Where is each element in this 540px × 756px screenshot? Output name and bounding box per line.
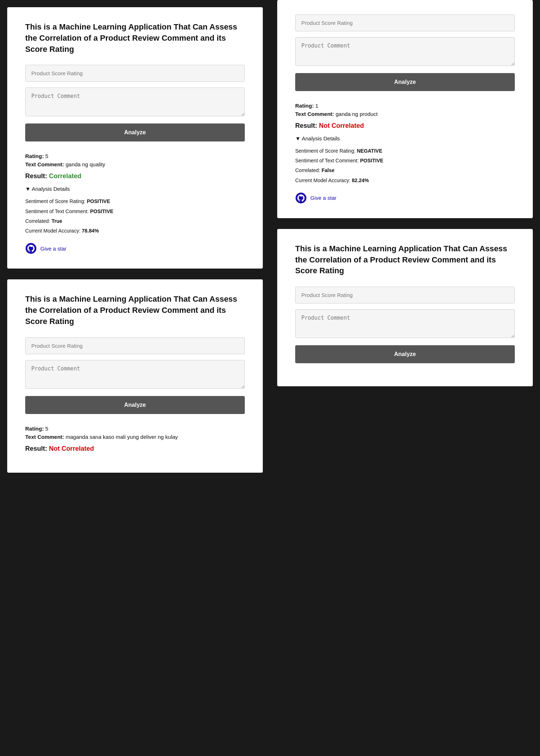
result-value-2-left: Not Correlated — [49, 445, 94, 452]
rating-label: Rating: — [25, 153, 44, 159]
sentiment-comment-label: Sentiment of Text Comment: — [25, 208, 89, 214]
rating-input-1-right[interactable] — [295, 14, 515, 31]
correlated-line-1-right: Correlated: False — [295, 166, 515, 175]
github-icon-1-right — [295, 192, 307, 204]
rating-input-2-left[interactable] — [25, 337, 245, 354]
sentiment-score-val-1-left: POSITIVE — [87, 198, 110, 204]
accuracy-line-1-right: Current Model Accuracy: 82.24% — [295, 176, 515, 185]
comment-input-1-right[interactable] — [295, 37, 515, 66]
rating-label-1r: Rating: — [295, 103, 314, 109]
sentiment-score-val-1-right: NEGATIVE — [357, 148, 382, 154]
card-2-left-title: This is a Machine Learning Application T… — [25, 294, 245, 327]
analysis-details-1-left: Sentiment of Score Rating: POSITIVE Sent… — [25, 197, 245, 235]
result-prefix: Result: — [25, 172, 47, 180]
sentiment-score-line-1-right: Sentiment of Score Rating: NEGATIVE — [295, 147, 515, 156]
text-comment-label-1r: Text Comment: — [295, 111, 334, 117]
analyze-button-2-right[interactable]: Analyze — [295, 345, 515, 363]
comment-val: ganda ng quality — [66, 161, 105, 167]
comment-result-2-left: Text Comment: maganda sana kaso mali yun… — [25, 434, 245, 440]
comment-val-2-left: maganda sana kaso mali yung deliver ng k… — [66, 434, 178, 440]
result-section-1-left: Rating: 5 Text Comment: ganda ng quality… — [25, 153, 245, 254]
correlated-val-1-left: True — [51, 218, 62, 224]
rating-val-1-right: 1 — [315, 103, 318, 109]
comment-input-2-left[interactable] — [25, 360, 245, 389]
sentiment-score-label-1r: Sentiment of Score Rating: — [295, 148, 355, 154]
result-prefix-2: Result: — [25, 445, 47, 452]
analyze-button-1-left[interactable]: Analyze — [25, 123, 245, 141]
comment-input-2-right[interactable] — [295, 309, 515, 338]
card-2-right-title: This is a Machine Learning Application T… — [295, 243, 515, 276]
accuracy-line-1-left: Current Model Accuracy: 78.84% — [25, 226, 245, 235]
right-column: Analyze Rating: 1 Text Comment: ganda ng… — [270, 0, 540, 756]
sentiment-comment-label-1r: Sentiment of Text Comment: — [295, 158, 359, 163]
rating-result-1-right: Rating: 1 — [295, 103, 515, 109]
result-value-1-right: Not Correlated — [319, 122, 364, 129]
result-prefix-1r: Result: — [295, 122, 317, 129]
analyze-button-2-left[interactable]: Analyze — [25, 396, 245, 414]
text-comment-label-2: Text Comment: — [25, 434, 64, 440]
left-column: This is a Machine Learning Application T… — [0, 0, 270, 756]
accuracy-label: Current Model Accuracy: — [25, 228, 80, 234]
correlated-label-1r: Correlated: — [295, 167, 320, 173]
rating-val-2-left: 5 — [45, 426, 48, 432]
comment-result-1-right: Text Comment: ganda ng product — [295, 111, 515, 117]
card-1-left-title: This is a Machine Learning Application T… — [25, 22, 245, 55]
sentiment-score-label: Sentiment of Score Rating: — [25, 198, 85, 204]
accuracy-label-1r: Current Model Accuracy: — [295, 177, 350, 183]
result-section-2-left: Rating: 5 Text Comment: maganda sana kas… — [25, 426, 245, 453]
analysis-details-1-right: Sentiment of Score Rating: NEGATIVE Sent… — [295, 147, 515, 185]
github-link-1-right[interactable]: Give a star — [295, 192, 515, 204]
rating-result-1-left: Rating: 5 — [25, 153, 245, 159]
github-link-text-1-right: Give a star — [310, 195, 337, 201]
card-1-left: This is a Machine Learning Application T… — [7, 7, 263, 269]
sentiment-comment-line-1-right: Sentiment of Text Comment: POSITIVE — [295, 156, 515, 165]
svg-point-1 — [296, 193, 306, 203]
sentiment-comment-line-1-left: Sentiment of Text Comment: POSITIVE — [25, 207, 245, 216]
rating-input-1-left[interactable] — [25, 65, 245, 82]
svg-point-0 — [26, 243, 36, 254]
correlated-line-1-left: Correlated: True — [25, 217, 245, 226]
rating-val: 5 — [45, 153, 48, 159]
analysis-toggle-1-left[interactable]: ▼ Analysis Details — [25, 186, 245, 192]
github-link-1-left[interactable]: Give a star — [25, 243, 245, 254]
card-2-right: This is a Machine Learning Application T… — [277, 229, 533, 386]
sentiment-comment-val-1-left: POSITIVE — [90, 208, 113, 214]
comment-input-1-left[interactable] — [25, 87, 245, 116]
text-comment-label: Text Comment: — [25, 161, 64, 167]
rating-label-2: Rating: — [25, 426, 44, 432]
result-section-1-right: Rating: 1 Text Comment: ganda ng product… — [295, 103, 515, 204]
sentiment-comment-val-1-right: POSITIVE — [360, 158, 383, 163]
rating-input-2-right[interactable] — [295, 287, 515, 303]
github-link-text-1-left: Give a star — [40, 246, 67, 252]
result-label-1-left: Result: Correlated — [25, 172, 245, 180]
accuracy-val-1-right: 82.24% — [352, 177, 369, 183]
card-2-left: This is a Machine Learning Application T… — [7, 279, 263, 472]
comment-val-1-right: ganda ng product — [336, 111, 378, 117]
sentiment-score-line-1-left: Sentiment of Score Rating: POSITIVE — [25, 197, 245, 206]
correlated-label: Correlated: — [25, 218, 50, 224]
accuracy-val-1-left: 78.84% — [82, 228, 99, 234]
result-label-1-right: Result: Not Correlated — [295, 122, 515, 130]
github-icon-1-left — [25, 243, 37, 254]
analyze-button-1-right[interactable]: Analyze — [295, 73, 515, 91]
correlated-val-1-right: False — [321, 167, 334, 173]
analysis-toggle-1-right[interactable]: ▼ Analysis Details — [295, 135, 515, 141]
result-label-2-left: Result: Not Correlated — [25, 445, 245, 453]
card-1-right: Analyze Rating: 1 Text Comment: ganda ng… — [277, 0, 533, 218]
rating-result-2-left: Rating: 5 — [25, 426, 245, 432]
comment-result-1-left: Text Comment: ganda ng quality — [25, 161, 245, 167]
result-value-1-left: Correlated — [49, 172, 81, 180]
